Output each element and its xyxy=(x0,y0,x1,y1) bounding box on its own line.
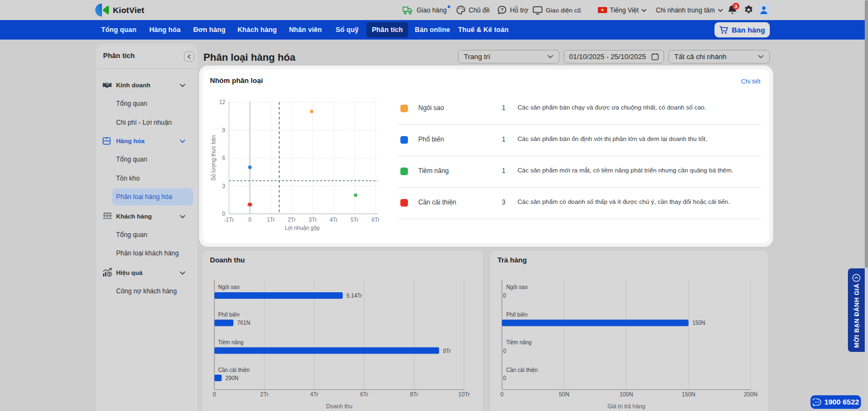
svg-text:1Tr: 1Tr xyxy=(267,217,275,223)
svg-text:4Tr: 4Tr xyxy=(330,217,338,223)
svg-text:9Tr: 9Tr xyxy=(443,348,451,354)
svg-text:Tiềm năng: Tiềm năng xyxy=(218,339,244,345)
svg-text:0: 0 xyxy=(503,348,506,354)
svg-text:0: 0 xyxy=(503,375,506,381)
svg-text:Số lượng thực bán: Số lượng thực bán xyxy=(210,135,216,181)
svg-text:150N: 150N xyxy=(682,391,695,397)
svg-text:290N: 290N xyxy=(226,375,239,381)
svg-text:0: 0 xyxy=(503,293,506,299)
svg-text:0: 0 xyxy=(248,217,252,223)
svg-text:5.14Tr: 5.14Tr xyxy=(347,293,362,299)
svg-text:50N: 50N xyxy=(559,391,569,397)
svg-text:761N: 761N xyxy=(237,320,250,326)
svg-text:9: 9 xyxy=(222,127,225,133)
svg-text:2Tr: 2Tr xyxy=(288,217,296,223)
svg-text:2Tr: 2Tr xyxy=(260,391,269,397)
svg-text:12: 12 xyxy=(219,99,226,105)
svg-text:4Tr: 4Tr xyxy=(310,391,319,397)
svg-text:Ngôi sao: Ngôi sao xyxy=(218,284,240,290)
svg-text:200N: 200N xyxy=(744,391,757,397)
svg-text:6: 6 xyxy=(222,155,225,161)
svg-text:0: 0 xyxy=(222,211,225,217)
svg-text:Tiềm năng: Tiềm năng xyxy=(506,339,532,345)
svg-text:?: ? xyxy=(501,7,504,12)
svg-text:Doanh thu: Doanh thu xyxy=(326,403,353,409)
svg-text:8Tr: 8Tr xyxy=(410,391,419,397)
svg-text:10Tr: 10Tr xyxy=(458,391,470,397)
svg-text:5Tr: 5Tr xyxy=(350,217,359,223)
svg-text:100N: 100N xyxy=(620,391,633,397)
svg-text:$: $ xyxy=(108,272,111,277)
svg-text:Lợi nhuận gộp: Lợi nhuận gộp xyxy=(285,225,320,231)
svg-text:Cần cải thiện: Cần cải thiện xyxy=(218,367,250,373)
svg-text:Ngôi sao: Ngôi sao xyxy=(506,284,528,290)
svg-text:0: 0 xyxy=(213,391,216,397)
svg-text:3: 3 xyxy=(222,183,225,189)
svg-text:Cần cải thiện: Cần cải thiện xyxy=(506,367,538,373)
svg-text:150N: 150N xyxy=(692,320,705,326)
svg-text:3Tr: 3Tr xyxy=(309,217,317,223)
svg-text:0: 0 xyxy=(500,391,503,397)
svg-text:6Tr: 6Tr xyxy=(372,217,380,223)
svg-text:Phổ biến: Phổ biến xyxy=(506,312,527,318)
svg-text:Phổ biến: Phổ biến xyxy=(218,312,239,318)
svg-text:Giá trị trả hàng: Giá trị trả hàng xyxy=(608,403,646,409)
svg-text:6Tr: 6Tr xyxy=(360,391,369,397)
svg-text:-1Tr: -1Tr xyxy=(224,217,234,223)
